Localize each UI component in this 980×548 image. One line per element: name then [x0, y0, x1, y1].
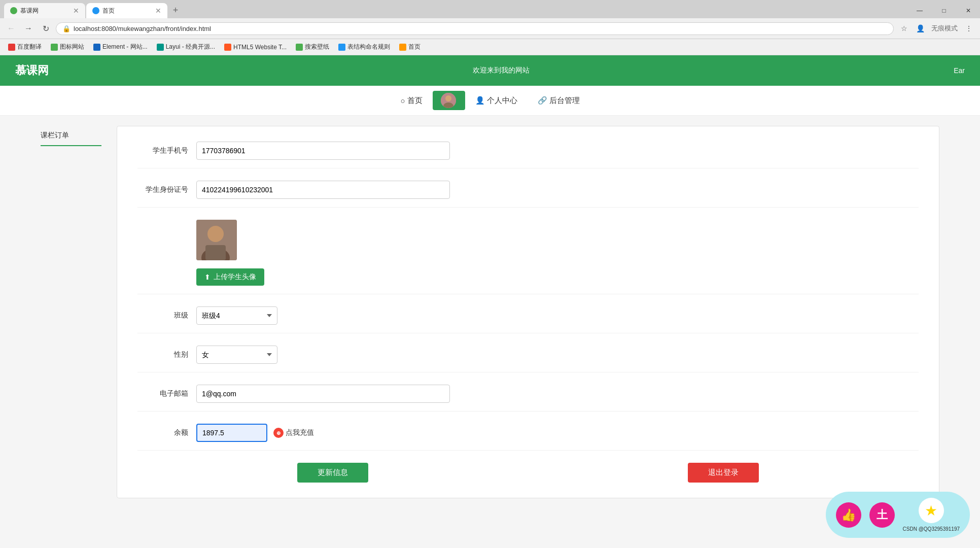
- csdn-char: ⼟: [877, 507, 888, 509]
- bookmark-html5[interactable]: HTML5 Website T...: [220, 42, 291, 52]
- star-symbol: ★: [925, 502, 937, 509]
- csdn-overlay: 👍 ⼟ ★ CSDN @QQ3295391197: [826, 492, 970, 508]
- bookmark-homepage[interactable]: 首页: [395, 41, 425, 53]
- nav-home-label: 首页: [407, 96, 423, 106]
- tab-favicon-2: [92, 7, 99, 14]
- button-row: 更新信息 退出登录: [137, 463, 919, 483]
- address-bar[interactable]: 🔒 localhost:8080/mukewangzhan/front/inde…: [56, 22, 894, 35]
- browser-chrome: 慕课网 ✕ 首页 ✕ + — □ ✕ ← → ↻ 🔒 localhost: [0, 0, 980, 55]
- bookmark-label-html5: HTML5 Website T...: [233, 44, 287, 51]
- recharge-link[interactable]: ⊕ 点我充值: [273, 428, 314, 438]
- logout-button[interactable]: 退出登录: [688, 463, 759, 483]
- upload-label: 上传学生头像: [214, 272, 256, 282]
- class-row: 班级 班级4: [137, 306, 919, 333]
- bookmark-icon[interactable]: 图标网站: [47, 41, 88, 53]
- bookmark-favicon-html5: [224, 44, 231, 51]
- minimize-button[interactable]: —: [908, 3, 931, 18]
- nav-admin[interactable]: 🔗 后台管理: [528, 92, 590, 110]
- page-content: 课栏订单 学生手机号 学生身份证号 ⬆: [0, 116, 980, 508]
- tab-label-2: 首页: [102, 7, 115, 15]
- bookmark-favicon-wallpaper: [296, 44, 303, 51]
- sidebar: 课栏订单: [41, 126, 101, 498]
- nav-avatar: [441, 93, 456, 108]
- class-select[interactable]: 班级4: [196, 306, 277, 325]
- phone-label: 学生手机号: [137, 146, 188, 155]
- bookmark-label-table: 表结构命名规则: [347, 43, 390, 51]
- tab-favicon-1: [10, 7, 17, 14]
- svg-rect-6: [205, 245, 226, 260]
- email-label: 电子邮箱: [137, 389, 188, 398]
- tab-new-button[interactable]: +: [168, 3, 183, 17]
- gender-select[interactable]: 女: [196, 346, 277, 364]
- forward-button[interactable]: →: [21, 21, 36, 36]
- balance-label: 余额: [137, 428, 188, 437]
- upload-avatar-button[interactable]: ⬆ 上传学生头像: [196, 268, 264, 286]
- site-header: 慕课网 欢迎来到我的网站 Ear: [0, 55, 980, 86]
- bookmark-favicon-table: [338, 44, 345, 51]
- profile-icon[interactable]: 👤: [913, 21, 927, 36]
- extension-icon[interactable]: ⋮: [962, 21, 976, 36]
- bookmark-label-icon: 图标网站: [60, 43, 84, 51]
- bookmark-label-element: Element - 网站...: [102, 43, 148, 51]
- csdn-star-icon: ★: [919, 498, 944, 508]
- recharge-icon: ⊕: [273, 428, 284, 438]
- svg-point-4: [207, 226, 224, 242]
- site-logo: 慕课网: [15, 63, 49, 78]
- bookmark-star-icon[interactable]: ☆: [897, 21, 911, 36]
- update-button[interactable]: 更新信息: [297, 463, 368, 483]
- nav-personal[interactable]: 👤 个人中心: [465, 92, 528, 110]
- tab-label-1: 慕课网: [20, 7, 39, 15]
- tab-mukewang[interactable]: 慕课网 ✕: [4, 3, 85, 18]
- bookmark-label-baidu: 百度翻译: [17, 43, 42, 51]
- id-label: 学生身份证号: [137, 185, 188, 194]
- gender-row: 性别 女: [137, 346, 919, 372]
- email-input[interactable]: [196, 385, 450, 403]
- bookmark-label-homepage: 首页: [408, 43, 421, 51]
- bookmark-wallpaper[interactable]: 搜索壁纸: [292, 41, 333, 53]
- svg-point-1: [445, 95, 451, 101]
- sidebar-title: 课栏订单: [41, 126, 101, 146]
- site-nav: ○ 首页 👤 个人中心 🔗 后台管理: [0, 86, 980, 116]
- incognito-label: 无痕模式: [929, 24, 960, 33]
- email-row: 电子邮箱: [137, 385, 919, 412]
- refresh-button[interactable]: ↻: [39, 21, 53, 36]
- bookmark-favicon-element: [93, 44, 100, 51]
- nav-admin-icon: 🔗: [538, 96, 547, 105]
- back-button[interactable]: ←: [4, 21, 18, 36]
- bookmark-element[interactable]: Element - 网站...: [89, 41, 152, 53]
- lock-icon: 🔒: [62, 25, 71, 32]
- bookmark-table[interactable]: 表结构命名规则: [334, 41, 394, 53]
- bookmarks-bar: 百度翻译 图标网站 Element - 网站... Layui - 经典开源..…: [0, 39, 980, 55]
- upload-icon: ⬆: [204, 273, 211, 281]
- bookmark-layui[interactable]: Layui - 经典开源...: [153, 41, 219, 53]
- browser-toolbar: ← → ↻ 🔒 localhost:8080/mukewangzhan/fron…: [0, 18, 980, 39]
- balance-row: 余额 ⊕ 点我充值: [137, 424, 919, 451]
- class-label: 班级: [137, 311, 188, 320]
- bookmark-baidu[interactable]: 百度翻译: [4, 41, 46, 53]
- id-input[interactable]: [196, 181, 450, 199]
- svg-text:⊕: ⊕: [276, 430, 281, 436]
- thumb-emoji: 👍: [841, 508, 856, 509]
- site-welcome: 欢迎来到我的网站: [473, 66, 530, 75]
- bookmark-favicon-icon: [51, 44, 58, 51]
- maximize-button[interactable]: □: [932, 3, 956, 18]
- tab-home[interactable]: 首页 ✕: [86, 3, 167, 18]
- recharge-label: 点我充值: [286, 428, 314, 437]
- nav-courses[interactable]: [433, 91, 465, 110]
- bookmark-label-wallpaper: 搜索壁纸: [305, 43, 329, 51]
- tab-close-2[interactable]: ✕: [151, 7, 161, 15]
- url-text: localhost:8080/mukewangzhan/front/index.…: [74, 25, 211, 32]
- nav-personal-icon: 👤: [475, 96, 485, 105]
- id-row: 学生身份证号: [137, 181, 919, 208]
- browser-actions: ☆ 👤 无痕模式 ⋮: [897, 21, 976, 36]
- csdn-thumb-icon: 👍: [836, 502, 861, 509]
- close-button[interactable]: ✕: [957, 3, 980, 18]
- balance-input[interactable]: [196, 424, 267, 442]
- tab-close-1[interactable]: ✕: [69, 7, 79, 15]
- phone-row: 学生手机号: [137, 142, 919, 168]
- phone-input[interactable]: [196, 142, 450, 160]
- bookmark-favicon-layui: [157, 44, 164, 51]
- nav-home[interactable]: ○ 首页: [390, 92, 432, 110]
- nav-home-icon: ○: [400, 96, 405, 105]
- csdn-logo-icon: ⼟: [869, 502, 895, 509]
